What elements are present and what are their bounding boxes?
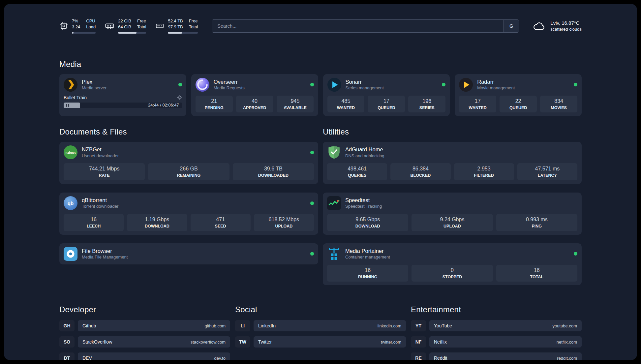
- plex-icon: [64, 78, 77, 92]
- stat-tile: 16 TOTAL: [496, 265, 577, 282]
- stat-tile: 16 RUNNING: [327, 265, 408, 282]
- bookmark-row: DT DEV dev.to: [59, 352, 230, 360]
- bookmark-link-netflix[interactable]: Netflix netflix.com: [429, 336, 582, 348]
- search-bar[interactable]: G: [212, 19, 519, 33]
- section-utilities: Utilities: [323, 127, 582, 285]
- stat-tile: 471 SEED: [191, 214, 251, 231]
- app-subtitle: Media File Management: [82, 255, 128, 260]
- playback-progress-bar[interactable]: 24:44 / 02:06:47: [64, 103, 182, 108]
- app-title: NZBGet: [82, 146, 119, 153]
- bookmark-abbr: LI: [235, 320, 250, 331]
- overseerr-card[interactable]: Overseerr Media Requests 21 PENDING 40 A…: [191, 74, 318, 116]
- app-title: AdGuard Home: [345, 146, 384, 153]
- social-section-title: Social: [235, 305, 406, 314]
- search-engine-button[interactable]: G: [504, 20, 519, 32]
- bookmark-row: NF Netflix netflix.com: [411, 336, 582, 348]
- plex-now-playing: Bullet Train: [64, 95, 182, 108]
- portainer-icon: [327, 247, 341, 261]
- adguard-card[interactable]: AdGuard Home DNS and adblocking 498,461 …: [323, 142, 582, 184]
- cloud-icon: [533, 21, 546, 31]
- disk-icon: [155, 21, 164, 30]
- stat-tile: 47.571 ms LATENCY: [517, 163, 577, 180]
- overseerr-icon: [196, 78, 209, 92]
- bookmark-link-stackoverflow[interactable]: StackOverflow stackoverflow.com: [78, 336, 230, 348]
- adguard-icon: [327, 145, 341, 159]
- app-title: Speedtest: [345, 197, 382, 204]
- section-media: Media Plex Media server: [59, 60, 582, 116]
- status-dot: [310, 252, 314, 256]
- app-subtitle: Media Requests: [214, 85, 245, 91]
- system-metrics: 7% 3.24 CPU Load: [59, 18, 198, 34]
- ram-usage-bar: [118, 32, 146, 34]
- disk-usage-bar: [168, 32, 198, 34]
- stat-tile: 1.19 Gbps DOWNLOAD: [127, 214, 187, 231]
- bookmark-row: YT YouTube youtube.com: [411, 320, 582, 331]
- bookmark-abbr: DT: [59, 352, 75, 360]
- stat-tile: 834 MOVIES: [540, 96, 577, 113]
- qbittorrent-card[interactable]: qb qBittorrent Torrent downloader 16: [59, 193, 318, 235]
- cpu-metric: 7% 3.24 CPU Load: [59, 18, 96, 34]
- search-input[interactable]: [212, 23, 504, 29]
- plex-card[interactable]: Plex Media server Bullet Train: [59, 74, 186, 116]
- bookmark-abbr: RE: [411, 352, 426, 360]
- window-frame: 7% 3.24 CPU Load: [0, 0, 641, 364]
- bookmark-link-github[interactable]: Github github.com: [78, 320, 230, 331]
- sonarr-icon: [327, 78, 341, 92]
- bookmark-abbr: GH: [59, 320, 75, 331]
- bookmark-abbr: NF: [411, 336, 426, 348]
- bookmark-link-youtube[interactable]: YouTube youtube.com: [429, 320, 582, 331]
- section-developer: Developer GH Github github.com SO StackO…: [59, 305, 230, 360]
- disk-values: 52.4 TB 97.9 TB: [168, 18, 183, 30]
- app-subtitle: Container management: [345, 255, 390, 260]
- app-subtitle: Torrent downloader: [82, 204, 118, 209]
- stat-tile: 0 STOPPED: [412, 265, 493, 282]
- cpu-usage-bar: [72, 32, 96, 34]
- now-playing-title: Bullet Train: [64, 95, 87, 100]
- app-title: Sonarr: [346, 78, 384, 85]
- sonarr-card[interactable]: Sonarr Series management 485 WANTED 17 Q…: [323, 74, 450, 116]
- bookmark-link-linkedin[interactable]: LinkedIn linkedin.com: [254, 320, 406, 331]
- status-dot: [442, 83, 445, 86]
- stat-tile: 498,461 QUERIES: [327, 163, 387, 180]
- disk-metric: 52.4 TB 97.9 TB Free Total: [155, 18, 198, 34]
- filebrowser-card[interactable]: File Browser Media File Management: [59, 243, 318, 264]
- bookmark-row: SO StackOverflow stackoverflow.com: [59, 336, 230, 348]
- section-social: Social LI LinkedIn linkedin.com TW Twitt…: [235, 305, 406, 360]
- app-subtitle: Usenet downloader: [82, 153, 119, 159]
- app-subtitle: Movie management: [477, 85, 515, 91]
- bookmark-link-twitter[interactable]: Twitter twitter.com: [254, 336, 406, 348]
- gear-icon[interactable]: [177, 95, 182, 100]
- disk-labels: Free Total: [189, 18, 198, 30]
- bookmark-row: GH Github github.com: [59, 320, 230, 331]
- cpu-labels: CPU Load: [86, 18, 96, 30]
- ram-metric: 22 GiB 64 GiB Free Total: [105, 18, 146, 34]
- stat-tile: 22 QUEUED: [500, 96, 537, 113]
- stat-tile: 744.21 Mbps RATE: [64, 163, 145, 180]
- status-dot: [574, 252, 577, 256]
- filebrowser-icon: [64, 247, 77, 261]
- bookmark-abbr: TW: [235, 336, 250, 348]
- stat-tile: 21 PENDING: [196, 96, 233, 113]
- documents-section-title: Documents & Files: [59, 127, 318, 136]
- speedtest-card[interactable]: Speedtest Speedtest Tracking 9.65 Gbps D…: [323, 193, 582, 235]
- bookmark-link-reddit[interactable]: Reddit reddit.com: [429, 352, 582, 360]
- app-title: Media Portainer: [345, 248, 390, 255]
- dashboard: 7% 3.24 CPU Load: [4, 4, 637, 360]
- stat-tile: 0.993 ms PING: [496, 214, 577, 231]
- nzbget-card[interactable]: nzbget NZBGet Usenet downloader 744.21 M…: [59, 142, 318, 184]
- ram-labels: Free Total: [137, 18, 146, 30]
- stat-tile: 17 WANTED: [459, 96, 496, 113]
- app-title: File Browser: [82, 248, 128, 255]
- portainer-card[interactable]: Media Portainer Container management 16 …: [323, 243, 582, 286]
- app-title: Radarr: [477, 78, 515, 85]
- bookmark-link-dev[interactable]: DEV dev.to: [78, 352, 230, 360]
- developer-section-title: Developer: [59, 305, 230, 314]
- app-title: Plex: [82, 78, 107, 85]
- stat-tile: 2,953 FILTERED: [454, 163, 514, 180]
- bookmark-row: TW Twitter twitter.com: [235, 336, 406, 348]
- stat-tile: 16 LEECH: [64, 214, 124, 231]
- bookmark-abbr: SO: [59, 336, 75, 348]
- radarr-card[interactable]: Radarr Movie management 17 WANTED 22 QUE…: [455, 74, 582, 116]
- weather-location: Lviv, 16.87°C: [550, 20, 582, 26]
- stat-tile: 17 QUEUED: [368, 96, 405, 113]
